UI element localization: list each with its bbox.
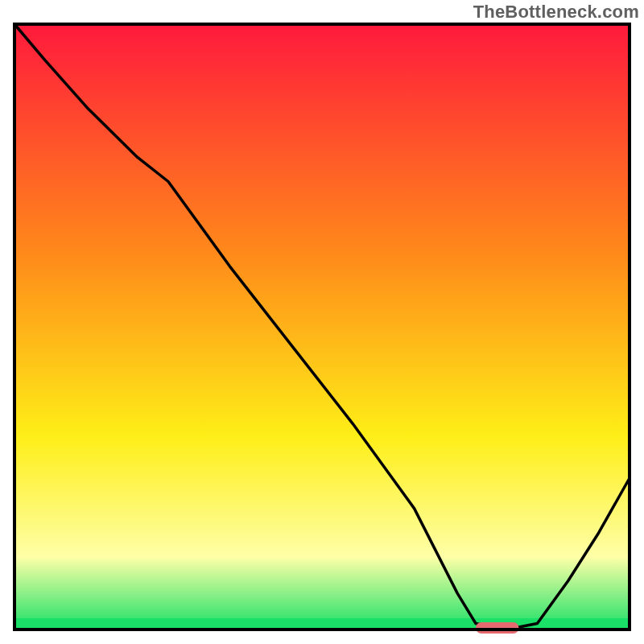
plot-background	[14, 24, 630, 630]
bottleneck-chart	[0, 0, 644, 644]
chart-stage: TheBottleneck.com	[0, 0, 644, 644]
